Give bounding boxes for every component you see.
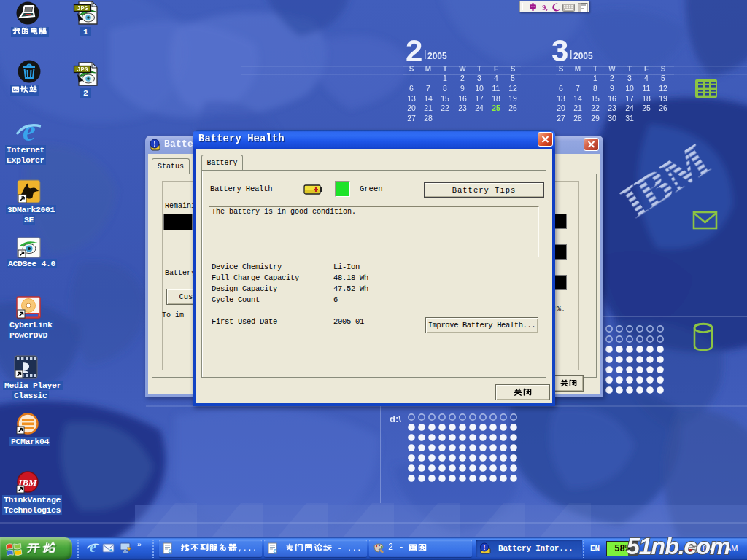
svg-text:24: 24: [475, 104, 484, 112]
svg-text:10: 10: [475, 84, 484, 93]
svg-text:14: 14: [424, 94, 433, 103]
svg-text:e: e: [169, 545, 172, 554]
svg-text:13: 13: [557, 94, 565, 103]
svg-text:JPG: JPG: [77, 5, 88, 12]
svg-text:22: 22: [441, 104, 449, 112]
svg-text:12: 12: [508, 84, 517, 93]
svg-text:17: 17: [475, 94, 484, 103]
svg-text:T: T: [443, 65, 447, 73]
svg-text:9: 9: [610, 84, 614, 93]
svg-text:S: S: [409, 65, 414, 73]
svg-text:23: 23: [458, 104, 467, 112]
svg-text:11: 11: [643, 84, 651, 93]
svg-text:F: F: [494, 65, 498, 73]
svg-text:31: 31: [625, 114, 634, 122]
svg-text:3: 3: [477, 74, 481, 82]
svg-text:5: 5: [511, 74, 515, 82]
svg-text:26: 26: [508, 104, 517, 112]
svg-text:21: 21: [573, 104, 582, 112]
svg-text:T: T: [627, 65, 632, 73]
svg-text:9,: 9,: [542, 4, 548, 12]
svg-text:6: 6: [409, 84, 414, 93]
svg-text:7: 7: [576, 84, 580, 93]
svg-text:14: 14: [573, 94, 582, 103]
svg-text:5: 5: [661, 74, 665, 82]
svg-text:4: 4: [644, 74, 649, 82]
svg-text:7: 7: [426, 84, 430, 93]
svg-text:28: 28: [573, 114, 582, 122]
svg-text:!: !: [484, 544, 486, 551]
svg-text:2005: 2005: [427, 51, 447, 61]
svg-text:M: M: [575, 65, 581, 73]
svg-text:13: 13: [407, 94, 416, 103]
svg-text:16: 16: [608, 94, 616, 103]
svg-text:e: e: [90, 540, 96, 555]
svg-text:F: F: [644, 65, 649, 73]
svg-text:3: 3: [627, 74, 632, 82]
svg-text:12: 12: [659, 84, 667, 93]
svg-text:2: 2: [460, 74, 465, 82]
svg-text:!: !: [153, 140, 155, 148]
svg-text:T: T: [593, 65, 597, 73]
svg-text:M: M: [425, 65, 431, 73]
svg-text:S: S: [511, 65, 516, 73]
svg-text:22: 22: [591, 104, 600, 112]
svg-text:1: 1: [443, 74, 447, 82]
svg-text:2: 2: [406, 34, 422, 68]
svg-text:9: 9: [460, 84, 465, 93]
svg-text:27: 27: [407, 114, 416, 122]
svg-text:e: e: [23, 119, 36, 145]
svg-text:W: W: [608, 65, 616, 73]
svg-text:1: 1: [593, 74, 597, 82]
svg-text:17: 17: [625, 94, 634, 103]
svg-text:15: 15: [591, 94, 600, 103]
svg-text:30: 30: [608, 114, 616, 122]
svg-text:18: 18: [642, 94, 651, 103]
svg-text:2005: 2005: [573, 51, 593, 61]
svg-text:25: 25: [642, 104, 651, 112]
svg-text:28: 28: [424, 114, 433, 122]
svg-text:27: 27: [557, 114, 565, 122]
svg-text:24: 24: [625, 104, 634, 112]
svg-text:29: 29: [591, 114, 600, 122]
svg-text:S: S: [661, 65, 666, 73]
svg-text:W: W: [459, 65, 466, 73]
svg-text:19: 19: [508, 94, 517, 103]
svg-text:6: 6: [559, 84, 563, 93]
svg-text:20: 20: [557, 104, 565, 112]
svg-text:S: S: [559, 65, 564, 73]
svg-text:11: 11: [492, 84, 500, 93]
svg-text:8: 8: [443, 84, 447, 93]
svg-text:15: 15: [441, 94, 449, 103]
svg-text:18: 18: [492, 94, 500, 103]
svg-text:T: T: [477, 65, 481, 73]
svg-text:e: e: [274, 545, 277, 554]
svg-text:21: 21: [424, 104, 433, 112]
svg-text:51nb.com: 51nb.com: [627, 533, 730, 559]
svg-text:d:\: d:\: [390, 413, 401, 424]
svg-text:JPG: JPG: [77, 66, 88, 74]
svg-text:3: 3: [551, 34, 568, 68]
svg-text:25: 25: [492, 104, 500, 112]
svg-text:20: 20: [407, 104, 416, 112]
svg-text:8: 8: [593, 84, 597, 93]
svg-text:10: 10: [625, 84, 634, 93]
svg-text:4: 4: [494, 74, 498, 82]
svg-text:16: 16: [458, 94, 467, 103]
svg-text:26: 26: [659, 104, 667, 112]
svg-text:23: 23: [608, 104, 616, 112]
svg-text:2: 2: [610, 74, 614, 82]
svg-text:19: 19: [659, 94, 667, 103]
